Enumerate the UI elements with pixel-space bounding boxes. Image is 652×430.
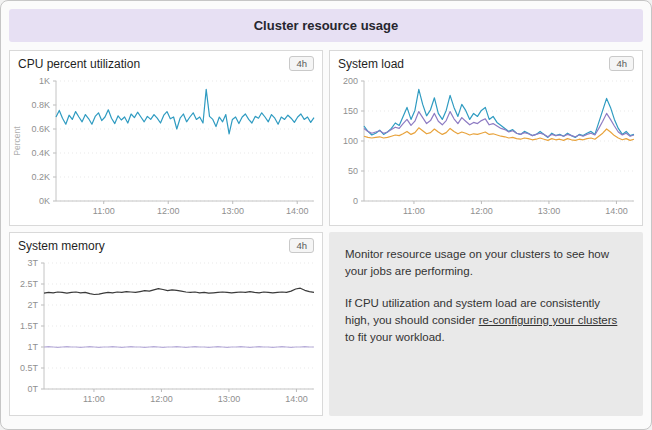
svg-text:12:00: 12:00 [150, 394, 173, 404]
svg-text:100: 100 [343, 136, 358, 146]
load-time-range-badge[interactable]: 4h [609, 56, 634, 71]
svg-text:11:00: 11:00 [83, 394, 105, 404]
panel-grid: CPU percent utilization 4h 0K0.2K0.4K0.6… [1, 50, 651, 424]
svg-text:1K: 1K [39, 76, 50, 86]
memory-time-range-badge[interactable]: 4h [289, 238, 314, 253]
svg-text:2.5T: 2.5T [20, 279, 39, 289]
system-load-chart: 05010015020011:0012:0013:0014:00 [330, 73, 642, 221]
svg-text:13:00: 13:00 [218, 394, 241, 404]
page-title: Cluster resource usage [254, 18, 399, 33]
panel-memory-title: System memory [18, 239, 105, 253]
svg-text:12:00: 12:00 [470, 206, 493, 216]
svg-text:200: 200 [343, 76, 358, 86]
svg-text:0.6K: 0.6K [31, 124, 50, 134]
svg-text:3T: 3T [27, 258, 38, 268]
info-paragraph-2-text-after: to fit your workload. [345, 331, 445, 343]
svg-text:0.5T: 0.5T [20, 363, 39, 373]
panel-cpu-header: CPU percent utilization 4h [10, 51, 322, 73]
svg-text:0T: 0T [27, 384, 38, 394]
info-paragraph-2: If CPU utilization and system load are c… [345, 295, 627, 347]
svg-text:1.5T: 1.5T [20, 321, 39, 331]
svg-text:0.2K: 0.2K [31, 172, 50, 182]
reconfigure-clusters-link[interactable]: re-configuring your clusters [479, 314, 618, 326]
svg-text:14:00: 14:00 [285, 394, 308, 404]
svg-text:12:00: 12:00 [157, 206, 180, 216]
info-panel: Monitor resource usage on your clusters … [329, 232, 643, 416]
system-memory-chart: 0T0.5T1T1.5T2T2.5T3T11:0012:0013:0014:00 [10, 255, 322, 409]
svg-text:11:00: 11:00 [403, 206, 425, 216]
info-paragraph-1: Monitor resource usage on your clusters … [345, 246, 627, 281]
svg-text:2T: 2T [27, 300, 38, 310]
svg-text:14:00: 14:00 [286, 206, 309, 216]
svg-text:Percent: Percent [12, 126, 22, 156]
svg-text:0.8K: 0.8K [31, 100, 50, 110]
panel-memory: System memory 4h 0T0.5T1T1.5T2T2.5T3T11:… [9, 232, 323, 416]
svg-text:0K: 0K [39, 196, 50, 206]
svg-text:13:00: 13:00 [538, 206, 561, 216]
panel-cpu-title: CPU percent utilization [18, 57, 140, 71]
cpu-utilization-chart: 0K0.2K0.4K0.6K0.8K1K11:0012:0013:0014:00… [10, 73, 322, 221]
panel-memory-header: System memory 4h [10, 233, 322, 255]
dashboard-frame: Cluster resource usage CPU percent utili… [0, 0, 652, 430]
panel-load-header: System load 4h [330, 51, 642, 73]
svg-text:150: 150 [343, 106, 358, 116]
panel-cpu: CPU percent utilization 4h 0K0.2K0.4K0.6… [9, 50, 323, 226]
svg-text:14:00: 14:00 [605, 206, 628, 216]
svg-text:50: 50 [348, 166, 358, 176]
svg-text:0.4K: 0.4K [31, 148, 50, 158]
svg-text:13:00: 13:00 [221, 206, 244, 216]
svg-text:0: 0 [353, 196, 358, 206]
dashboard-title-bar: Cluster resource usage [9, 9, 643, 42]
panel-load: System load 4h 05010015020011:0012:0013:… [329, 50, 643, 226]
svg-text:1T: 1T [27, 342, 38, 352]
svg-text:11:00: 11:00 [93, 206, 115, 216]
cpu-time-range-badge[interactable]: 4h [289, 56, 314, 71]
panel-load-title: System load [338, 57, 404, 71]
